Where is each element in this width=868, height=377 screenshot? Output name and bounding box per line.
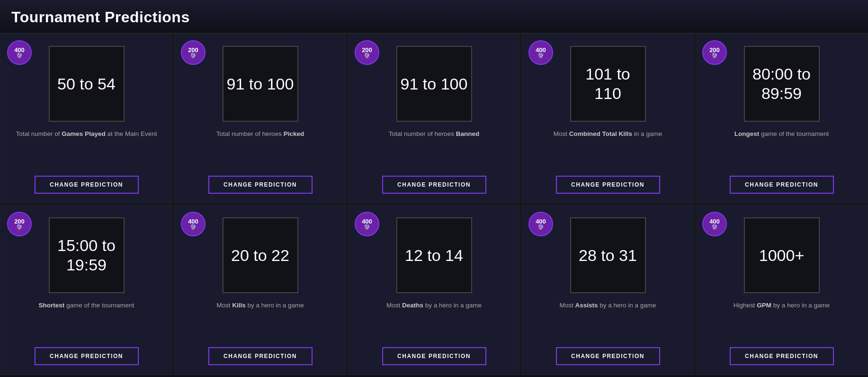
change-prediction-button[interactable]: CHANGE PREDICTION <box>35 176 139 194</box>
prediction-card-4: 400 🔮 101 to110Most Combined Total Kills… <box>521 33 694 204</box>
prediction-value: 12 to 14 <box>405 246 463 265</box>
prediction-label: Total number of heroes Picked <box>213 129 308 167</box>
prediction-value: 15:00 to19:59 <box>57 236 116 275</box>
page-title: Tournament Predictions <box>11 9 857 26</box>
coin-badge: 200 🔮 <box>181 40 206 65</box>
prediction-value: 80:00 to89:59 <box>752 64 811 103</box>
prediction-value: 91 to 100 <box>227 74 294 94</box>
coin-icon: 🔮 <box>537 224 544 230</box>
prediction-box: 91 to 100 <box>223 46 298 122</box>
page-header: Tournament Predictions <box>0 0 868 33</box>
prediction-card-2: 200 🔮 91 to 100Total number of heroes Pi… <box>174 33 347 204</box>
coin-badge: 400 🔮 <box>528 212 553 236</box>
prediction-card-9: 400 🔮 28 to 31Most Assists by a hero in … <box>521 205 694 375</box>
coin-icon: 🔮 <box>16 224 23 230</box>
prediction-value: 20 to 22 <box>231 246 289 265</box>
coin-badge: 200 🔮 <box>7 212 32 236</box>
coin-icon: 🔮 <box>711 53 718 58</box>
coin-badge: 400 🔮 <box>355 212 379 236</box>
change-prediction-button[interactable]: CHANGE PREDICTION <box>730 176 834 194</box>
coin-badge: 400 🔮 <box>528 40 553 65</box>
prediction-value: 91 to 100 <box>401 74 468 94</box>
change-prediction-button[interactable]: CHANGE PREDICTION <box>208 176 313 194</box>
prediction-box: 80:00 to89:59 <box>744 46 820 122</box>
coin-badge: 400 🔮 <box>702 212 727 236</box>
prediction-box: 101 to110 <box>570 46 646 122</box>
coin-icon: 🔮 <box>537 53 544 58</box>
change-prediction-button[interactable]: CHANGE PREDICTION <box>382 176 486 194</box>
prediction-box: 50 to 54 <box>49 46 125 122</box>
prediction-box: 1000+ <box>744 217 820 293</box>
prediction-box: 15:00 to19:59 <box>49 217 125 293</box>
change-prediction-button[interactable]: CHANGE PREDICTION <box>730 347 834 365</box>
coin-badge: 200 🔮 <box>355 40 379 65</box>
prediction-label: Most Kills by a hero in a game <box>213 301 308 339</box>
prediction-card-7: 400 🔮 20 to 22Most Kills by a hero in a … <box>174 205 347 375</box>
coin-badge: 400 🔮 <box>181 212 206 236</box>
prediction-box: 91 to 100 <box>396 46 472 122</box>
prediction-box: 20 to 22 <box>223 217 298 293</box>
coin-icon: 🔮 <box>16 53 23 58</box>
change-prediction-button[interactable]: CHANGE PREDICTION <box>208 347 313 365</box>
prediction-label: Longest game of the tournament <box>731 129 833 167</box>
prediction-label: Total number of heroes Banned <box>385 129 483 167</box>
prediction-value: 50 to 54 <box>57 74 116 94</box>
prediction-label: Most Assists by a hero in a game <box>555 301 660 339</box>
prediction-value: 101 to110 <box>585 64 630 103</box>
coin-badge: 400 🔮 <box>7 40 32 65</box>
prediction-label: Most Combined Total Kills in a game <box>550 129 666 167</box>
prediction-card-3: 200 🔮 91 to 100Total number of heroes Ba… <box>348 33 520 204</box>
predictions-grid: 400 🔮 50 to 54Total number of Games Play… <box>0 33 868 375</box>
prediction-card-6: 200 🔮 15:00 to19:59Shortest game of the … <box>0 205 173 375</box>
prediction-card-1: 400 🔮 50 to 54Total number of Games Play… <box>0 33 173 204</box>
prediction-label: Shortest game of the tournament <box>35 301 138 339</box>
coin-icon: 🔮 <box>711 224 718 230</box>
coin-icon: 🔮 <box>190 53 197 58</box>
change-prediction-button[interactable]: CHANGE PREDICTION <box>556 176 660 194</box>
change-prediction-button[interactable]: CHANGE PREDICTION <box>556 347 660 365</box>
prediction-box: 12 to 14 <box>396 217 472 293</box>
coin-badge: 200 🔮 <box>702 40 727 65</box>
prediction-value: 1000+ <box>759 246 805 265</box>
prediction-label: Most Deaths by a hero in a game <box>383 301 485 339</box>
prediction-card-5: 200 🔮 80:00 to89:59Longest game of the t… <box>695 33 868 204</box>
prediction-label: Highest GPM by a hero in a game <box>730 301 833 339</box>
coin-icon: 🔮 <box>364 53 370 58</box>
prediction-box: 28 to 31 <box>570 217 646 293</box>
prediction-card-10: 400 🔮 1000+Highest GPM by a hero in a ga… <box>695 205 868 375</box>
change-prediction-button[interactable]: CHANGE PREDICTION <box>35 347 139 365</box>
prediction-card-8: 400 🔮 12 to 14Most Deaths by a hero in a… <box>348 205 520 375</box>
coin-icon: 🔮 <box>190 224 197 230</box>
prediction-label: Total number of Games Played at the Main… <box>12 129 161 167</box>
change-prediction-button[interactable]: CHANGE PREDICTION <box>382 347 486 365</box>
coin-icon: 🔮 <box>364 224 370 230</box>
prediction-value: 28 to 31 <box>579 246 637 265</box>
